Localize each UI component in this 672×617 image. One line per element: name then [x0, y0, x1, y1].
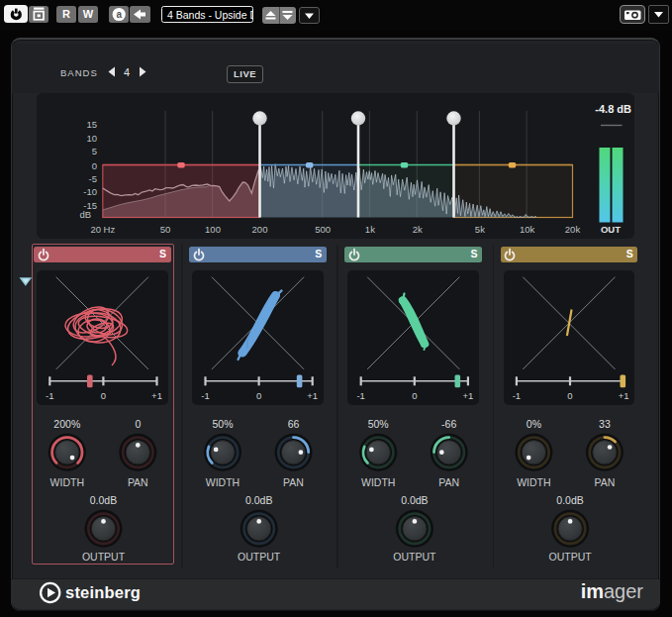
svg-text:a: a — [116, 9, 122, 20]
